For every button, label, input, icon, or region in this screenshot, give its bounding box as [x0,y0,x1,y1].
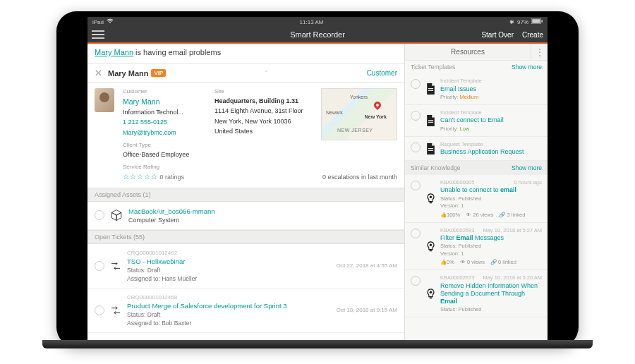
show-more-link[interactable]: Show more [512,164,542,171]
person-email[interactable]: Mary@trybmc.com [123,129,206,137]
screen: iPad 11:13 AM ✱ 97% Smart Recorder Start… [87,17,548,341]
escalations-text: 0 escalations in last month [322,174,397,181]
asset-row[interactable]: MacBookAir_bos066-mmann Computer System [87,202,404,230]
ticket-assigned: Assigned to: Bob Baxter [127,320,287,327]
person-org: Information Technol... [123,109,206,116]
knowledge-row[interactable]: KBA00002673 May 10, 2018 at 5:20 AM Remo… [405,270,548,317]
tablet-stand [42,340,593,348]
client-type-label: Client Type [123,142,206,149]
person-name-link[interactable]: Mary Mann [123,97,206,107]
map-pin-icon [373,100,382,110]
knowledge-row[interactable]: KBA00000005 0 hours ago Unable to connec… [405,175,548,223]
tickets-header: Open Tickets (55) [87,230,404,244]
chevron-up-icon[interactable]: ⌃ [264,70,269,76]
carrier-label: iPad [92,19,104,25]
radio-icon[interactable] [411,79,421,89]
link-icon: 🔗 [490,259,497,265]
battery-pct: 97% [517,19,528,25]
kebab-icon[interactable]: ⋮ [531,44,548,60]
ticket-title[interactable]: TSO - Helixwebinar [127,257,197,265]
person-phone[interactable]: 1 212 555-0125 [123,119,206,126]
assets-header: Assigned Assets (1) [87,188,404,202]
knowledge-row[interactable]: KBA00002693 May 10, 2018 at 5:27 AM Filt… [405,223,548,271]
kb-status: Status: Published [440,195,542,202]
tablet-frame: iPad 11:13 AM ✱ 97% Smart Recorder Start… [56,11,579,347]
templates-label: Ticket Templates [411,63,455,71]
template-title[interactable]: Business Application Request [440,148,542,156]
kb-version: Version: 1 [440,202,542,209]
ticket-title[interactable]: Product Merge of Salesforce development … [127,302,287,310]
asset-name[interactable]: MacBookAir_bos066-mmann [128,207,215,215]
map[interactable]: New York Newark Yonkers NEW JERSEY [321,88,397,140]
knowledge-label: Similar Knowledge [411,164,460,171]
person-card-body: Customer Mary Mann Information Technol..… [87,83,404,188]
card-role: Customer [367,69,397,77]
radio-icon[interactable] [411,229,421,238]
query-rest: is having email problems [135,48,221,56]
resources-header: Resources ⋮ [405,44,548,61]
ticket-row[interactable]: CRQ000001012462 TSO - Helixwebinar Statu… [87,244,404,289]
kb-id: KBA00002673 [440,274,474,281]
radio-icon[interactable] [411,111,421,121]
template-title[interactable]: Email Issues [440,85,542,93]
document-icon [425,78,436,100]
resources-title: Resources [405,48,531,56]
svg-rect-13 [429,297,432,298]
template-row[interactable]: Incident Template Can't connect to Email… [405,105,548,137]
query-text[interactable]: Mary Mann is having email problems [87,44,404,63]
wifi-icon [107,18,114,25]
kb-status: Status: Published [440,306,542,313]
radio-icon[interactable] [411,142,421,152]
ticket-id: CRQ000001012462 [127,250,197,256]
stars-icon: ☆☆☆☆☆ [123,173,158,181]
template-row[interactable]: Incident Template Email Issues Priority:… [405,73,548,105]
person-card-header: ✕ Mary Mann VIP ⌃ Customer [87,63,404,83]
kb-version: Version: 1 [440,250,542,257]
knowledge-group-head: Similar Knowledge Show more [405,161,548,175]
thumb-up-icon: 👍 [440,212,447,218]
avatar [95,88,114,112]
ticket-status: Status: Draft [127,311,287,318]
svg-rect-4 [428,90,433,91]
template-title[interactable]: Can't connect to Email [440,116,542,124]
change-icon [110,305,121,316]
radio-icon[interactable] [411,181,421,190]
map-state-nj: NEW JERSEY [337,128,373,134]
kb-title[interactable]: Remove Hidden Information When Sending a… [440,282,542,305]
site-addr3: United States [214,128,306,135]
change-icon [110,260,121,272]
radio-icon[interactable] [95,261,104,271]
radio-icon[interactable] [95,305,104,315]
left-column: Mary Mann is having email problems ✕ Mar… [87,44,405,341]
radio-icon[interactable] [95,210,104,220]
svg-rect-7 [428,148,433,149]
ticket-id: CRQ000001012468 [127,294,287,301]
svg-point-14 [429,291,432,293]
template-row[interactable]: Request Template Business Application Re… [405,137,548,161]
svg-rect-6 [428,122,433,123]
svg-point-10 [429,195,432,198]
lightbulb-icon [425,275,436,312]
radio-icon[interactable] [411,276,421,286]
query-person[interactable]: Mary Mann [95,48,133,56]
template-cat: Request Template [440,141,542,147]
right-column: Resources ⋮ Ticket Templates Show more I… [405,44,548,341]
show-more-link[interactable]: Show more [512,63,542,71]
lightbulb-icon [425,180,436,218]
vip-badge: VIP [151,69,166,77]
ticket-assigned: Assigned to: Hans Mueller [127,275,197,282]
kb-title[interactable]: Unable to connect to email [440,186,542,194]
ticket-date: Oct 18, 2018 at 9:15 AM [337,307,397,313]
svg-rect-9 [429,202,432,203]
svg-rect-5 [428,120,433,121]
thumb-up-icon: 👍 [440,259,447,265]
ticket-date: Oct 22, 2018 at 4:55 AM [337,262,397,269]
client-type: Office-Based Employee [123,151,206,159]
svg-point-12 [429,243,432,246]
asset-type: Computer System [128,217,215,224]
content: Mary Mann is having email problems ✕ Mar… [87,44,548,341]
ticket-row[interactable]: CRQ000001012468 Product Merge of Salesfo… [87,289,404,333]
kb-stats: 👍100% 👁 26 views 🔗 3 linked [440,212,542,218]
close-icon[interactable]: ✕ [95,68,102,78]
kb-title[interactable]: Filter Email Messages [440,234,542,242]
